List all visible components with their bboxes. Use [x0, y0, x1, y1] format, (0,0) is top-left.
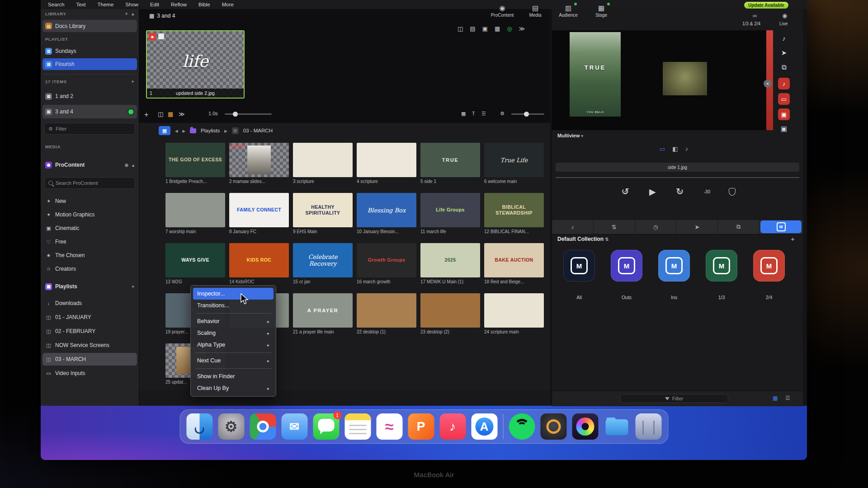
menu-edit[interactable]: Edit [150, 2, 159, 7]
stage-preview[interactable] [663, 62, 707, 95]
clear-all-button[interactable]: × [764, 80, 772, 88]
update-available-button[interactable]: Update Available [744, 2, 788, 9]
media-thumbnail[interactable] [420, 293, 480, 328]
procontent-search-input[interactable]: Search ProContent [44, 177, 135, 189]
library-item-docs-library[interactable]: ▤Docs Library [42, 20, 137, 32]
procontent-item-motion-graphics[interactable]: ✦Motion Graphics [42, 209, 137, 221]
camera-icon[interactable]: ▣ [777, 125, 791, 134]
grid-view-button[interactable]: ▦ [159, 126, 170, 135]
media-thumbnail[interactable]: BIBLICAL STEWARDSHIP [484, 193, 544, 227]
procontent-item-cinematic[interactable]: ▣Cinematic [42, 222, 137, 234]
media-playlist-video-inputs[interactable]: ▭Video Inputs [42, 367, 137, 380]
media-playlist-downloads[interactable]: ↓Downloads [42, 297, 137, 310]
breadcrumb-current[interactable]: 03 - MARCH [243, 128, 273, 133]
playlist-item-sundays[interactable]: ▦Sundays [42, 45, 137, 57]
media-thumbnail[interactable]: WAYS GIVE [165, 243, 225, 277]
media-thumbnail[interactable] [165, 193, 225, 227]
menu-show[interactable]: Show [125, 2, 138, 7]
display-icon[interactable]: ▭ [660, 145, 665, 152]
media-button[interactable]: ▤Media [519, 3, 551, 22]
clear-media-button[interactable]: ▣ [778, 108, 790, 120]
multiview-selector[interactable]: Multiview ▾ [557, 133, 583, 138]
menu-text[interactable]: Text [76, 2, 85, 7]
stage-button[interactable]: ▦Stage [585, 3, 617, 22]
media-thumbnail[interactable]: TRUE [420, 143, 480, 177]
slide-thumbnail[interactable]: life ◉ 1 updated side 2.jpg [146, 30, 245, 99]
menu-item-alpha-type[interactable]: Alpha Type▸ [191, 339, 276, 351]
menu-item-show-in-finder[interactable]: Show in Finder [191, 371, 276, 382]
forward-button[interactable]: ▸ [183, 127, 186, 134]
procontent-button[interactable]: ◉ProContent [486, 3, 518, 22]
add-slide-button[interactable]: + [144, 111, 148, 119]
show-tab[interactable]: ▦ 3 and 4 [149, 13, 175, 19]
spotify-dock-icon[interactable] [509, 413, 535, 440]
menu-reflow[interactable]: Reflow [171, 2, 187, 7]
procontent-item-new[interactable]: ✦New [42, 195, 137, 207]
procontent-item-free[interactable]: ♡Free [42, 236, 137, 248]
text-view-icon[interactable]: T [472, 111, 475, 116]
macro-all[interactable]: M [563, 250, 595, 282]
tab-audio-tab-icon[interactable]: ♪ [552, 220, 594, 234]
audience-button[interactable]: ▥Audience [552, 3, 584, 22]
tab-props-tab-icon[interactable]: ⇅ [594, 220, 635, 234]
media-thumbnail[interactable]: 2025 [420, 243, 480, 277]
collection-selector[interactable]: Default Collection ⇅ [557, 236, 609, 242]
media-thumbnail[interactable] [484, 293, 544, 328]
globe-icon[interactable]: ⊕ [125, 163, 128, 168]
freeform-dock-icon[interactable]: ≈ [376, 413, 402, 440]
menu-item-clean-up-by[interactable]: Clean Up By▸ [191, 382, 276, 394]
clip-progress-bar[interactable] [556, 177, 799, 178]
media-bin-icon[interactable]: ▦ [168, 111, 173, 117]
media-thumbnail[interactable]: HEALTHY SPIRITUALITY [293, 193, 353, 227]
media-thumbnail[interactable] [357, 143, 416, 177]
skip-view-icon[interactable]: ≫ [179, 111, 185, 117]
layers-icon[interactable]: ⧉ [777, 63, 791, 72]
menu-bible[interactable]: Bible [198, 2, 210, 7]
media-thumbnail[interactable]: FAMILY CONNECT [229, 193, 289, 227]
media-playlist-03-march[interactable]: ◫03 - MARCH [42, 353, 137, 366]
macro-2-4[interactable]: M [753, 250, 785, 282]
music-icon[interactable]: ♪ [777, 34, 791, 43]
menu-item-next-cue[interactable]: Next Cue▸ [191, 355, 276, 366]
media-thumbnail[interactable]: Celebrate Recovery [293, 243, 353, 277]
list-view-icon[interactable]: ☰ [481, 111, 486, 117]
tab-layers-tab-icon[interactable]: ⧉ [718, 220, 760, 234]
media-thumbnail[interactable]: True Life [484, 143, 544, 177]
media-thumbnail[interactable] [293, 143, 353, 177]
broadcast-icon[interactable]: ◉ [782, 12, 787, 19]
trash-dock-icon[interactable] [635, 413, 661, 440]
back-button[interactable]: ◂ [175, 127, 178, 134]
show-playlist-3-and-4[interactable]: ▦3 and 4 [42, 105, 137, 118]
breadcrumb-root[interactable]: Playlists [201, 128, 220, 133]
menu-item-inspector[interactable]: Inspector... [193, 288, 274, 300]
applications-folder-dock-icon[interactable] [604, 413, 630, 440]
table-view-icon[interactable]: ▦ [495, 25, 500, 32]
link-icon[interactable]: ∞ [753, 12, 757, 19]
show-playlist-1-and-2[interactable]: ▦1 and 2 [42, 89, 137, 103]
grid-layout-icon[interactable]: ▦ [773, 395, 778, 401]
macro-ins[interactable]: M [658, 250, 690, 282]
offset-button[interactable]: -30 [704, 189, 710, 194]
propresenter-dock-icon[interactable]: P [408, 413, 434, 440]
media-thumbnail[interactable] [357, 293, 416, 328]
shield-icon[interactable] [729, 188, 736, 196]
system-settings-dock-icon[interactable]: ⚙ [218, 413, 244, 440]
media-playlist-01-january[interactable]: ◫01 - JANUARY [42, 311, 137, 324]
notes-dock-icon[interactable] [344, 413, 371, 440]
tab-messages-tab-icon[interactable]: ➤ [676, 220, 718, 234]
media-thumbnail[interactable]: Blessing Box [357, 193, 416, 227]
list-layout-icon[interactable]: ☰ [785, 395, 790, 401]
app-store-dock-icon[interactable]: A [471, 413, 497, 440]
messages-dock-icon[interactable]: 1 [313, 413, 339, 440]
pointer-icon[interactable]: ➤ [777, 49, 791, 58]
menu-item-scaling[interactable]: Scaling▸ [191, 327, 276, 339]
media-thumbnail[interactable]: Growth Groups [357, 243, 416, 277]
add-macro-button[interactable]: + [791, 235, 795, 243]
add-icon[interactable]: + [131, 79, 134, 84]
garageband-dock-icon[interactable] [540, 413, 566, 440]
mail-dock-icon[interactable]: ✉ [281, 413, 307, 440]
menu-search[interactable]: Search [48, 2, 64, 7]
finder-dock-icon[interactable] [186, 413, 212, 440]
add-icon[interactable]: + [132, 284, 134, 289]
add-icon[interactable]: + [125, 11, 128, 16]
